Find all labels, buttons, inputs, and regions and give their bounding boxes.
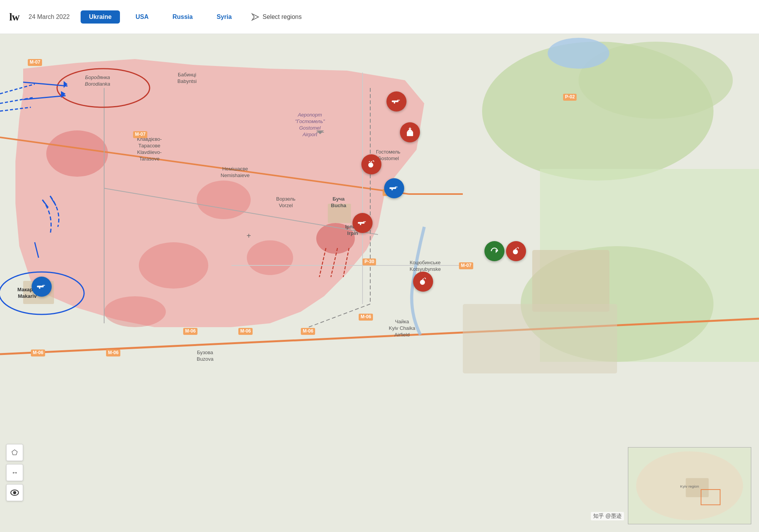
visibility-tool-button[interactable] [6, 484, 23, 501]
svg-rect-57 [363, 221, 366, 222]
svg-line-66 [515, 248, 516, 249]
svg-rect-25 [328, 204, 351, 223]
tab-russia[interactable]: Russia [164, 10, 201, 24]
icon-bomb-red-2[interactable] [413, 272, 433, 292]
svg-rect-55 [391, 189, 393, 191]
tab-syria[interactable]: Syria [208, 10, 240, 24]
header: lw 24 March 2022 Ukraine USA Russia Syri… [0, 0, 759, 34]
icon-gun-blue-2[interactable] [32, 277, 52, 297]
tab-usa[interactable]: USA [127, 10, 157, 24]
mini-map-inner: Kyiv region [628, 448, 751, 524]
logo: lw [9, 11, 19, 23]
svg-rect-45 [394, 102, 395, 104]
select-regions-label: Select regions [263, 14, 302, 20]
svg-rect-54 [395, 187, 398, 187]
svg-point-59 [420, 280, 425, 285]
arrows-icon: ↔ [11, 469, 18, 477]
svg-rect-53 [390, 187, 396, 189]
svg-rect-56 [358, 222, 365, 223]
svg-line-51 [371, 161, 372, 162]
svg-point-11 [247, 240, 293, 275]
svg-line-60 [422, 279, 423, 280]
svg-point-10 [139, 242, 208, 289]
select-regions-button[interactable]: Select regions [251, 13, 302, 21]
navigation-icon [251, 13, 260, 21]
svg-rect-44 [397, 100, 400, 101]
svg-rect-24 [463, 304, 617, 373]
svg-rect-43 [392, 100, 399, 102]
svg-rect-61 [37, 285, 44, 287]
svg-point-68 [13, 491, 16, 494]
watermark: 知乎 @墨迹 [591, 512, 624, 520]
svg-rect-62 [42, 285, 45, 286]
left-toolbar: ⬠ ↔ [6, 444, 23, 501]
svg-text:Kyiv region: Kyiv region [680, 484, 699, 488]
mini-map[interactable]: Kyiv region [628, 447, 751, 524]
pentagon-tool-button[interactable]: ⬠ [6, 444, 23, 461]
svg-marker-0 [252, 14, 259, 20]
map-container[interactable]: + БородянкаBorodianka БабинціBabyntsi Кл… [0, 34, 759, 532]
eye-icon [10, 490, 19, 496]
icon-gun-red-1[interactable] [386, 91, 406, 111]
svg-point-13 [104, 296, 166, 327]
svg-point-9 [197, 181, 251, 219]
distance-tool-button[interactable]: ↔ [6, 464, 23, 481]
svg-point-65 [513, 249, 518, 254]
svg-rect-58 [360, 224, 361, 225]
svg-point-6 [548, 38, 609, 69]
svg-line-52 [369, 161, 370, 162]
icon-bomb-red-1[interactable] [361, 154, 381, 174]
svg-rect-63 [39, 287, 40, 289]
date-label: 24 March 2022 [29, 14, 70, 20]
tab-ukraine[interactable]: Ukraine [81, 10, 120, 24]
svg-rect-46 [407, 132, 413, 136]
icon-gun-blue-1[interactable] [384, 178, 404, 198]
svg-rect-23 [532, 250, 609, 312]
icon-church-red[interactable] [400, 122, 420, 142]
pentagon-icon: ⬠ [12, 448, 18, 457]
icon-bomb-red-3[interactable] [506, 241, 526, 261]
svg-point-8 [46, 130, 108, 177]
svg-point-50 [368, 162, 373, 167]
icon-rotate-green[interactable] [484, 241, 504, 261]
icon-gun-red-2[interactable] [353, 213, 373, 233]
